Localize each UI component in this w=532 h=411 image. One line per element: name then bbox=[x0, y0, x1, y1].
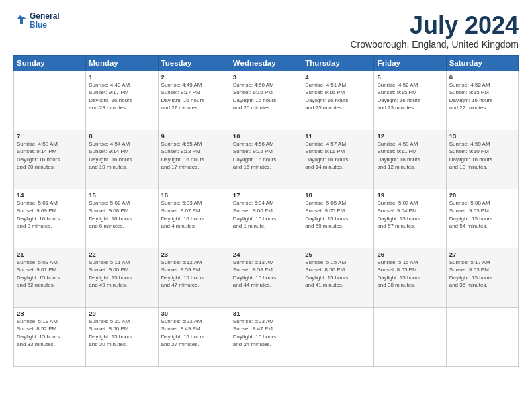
col-wednesday: Wednesday bbox=[230, 55, 302, 71]
day-number: 5 bbox=[377, 73, 443, 81]
col-friday: Friday bbox=[374, 55, 446, 71]
day-info: Sunrise: 5:02 AMSunset: 9:08 PMDaylight:… bbox=[89, 199, 154, 230]
day-number: 10 bbox=[233, 132, 299, 140]
day-number: 6 bbox=[449, 73, 515, 81]
day-number: 8 bbox=[89, 132, 154, 140]
calendar-cell: 9Sunrise: 4:55 AMSunset: 9:13 PMDaylight… bbox=[158, 130, 230, 189]
day-number: 11 bbox=[305, 132, 371, 140]
calendar-cell bbox=[14, 71, 86, 130]
day-info: Sunrise: 4:59 AMSunset: 9:10 PMDaylight:… bbox=[449, 140, 515, 171]
day-info: Sunrise: 4:51 AMSunset: 9:16 PMDaylight:… bbox=[305, 81, 371, 112]
day-number: 15 bbox=[89, 191, 154, 199]
calendar-cell: 12Sunrise: 4:58 AMSunset: 9:11 PMDayligh… bbox=[374, 130, 446, 189]
day-info: Sunrise: 5:08 AMSunset: 9:03 PMDaylight:… bbox=[449, 199, 515, 230]
day-number: 20 bbox=[449, 191, 515, 199]
calendar-cell: 29Sunrise: 5:20 AMSunset: 8:50 PMDayligh… bbox=[86, 307, 158, 366]
day-number: 18 bbox=[305, 191, 371, 199]
day-number: 31 bbox=[233, 310, 299, 317]
day-info: Sunrise: 5:03 AMSunset: 9:07 PMDaylight:… bbox=[161, 199, 227, 230]
col-tuesday: Tuesday bbox=[158, 55, 230, 71]
day-info: Sunrise: 4:55 AMSunset: 9:13 PMDaylight:… bbox=[161, 140, 227, 171]
calendar-week-1: 1Sunrise: 4:49 AMSunset: 9:17 PMDaylight… bbox=[14, 71, 519, 130]
calendar-cell: 4Sunrise: 4:51 AMSunset: 9:16 PMDaylight… bbox=[302, 71, 374, 130]
calendar-cell: 30Sunrise: 5:22 AMSunset: 8:49 PMDayligh… bbox=[158, 307, 230, 366]
day-info: Sunrise: 5:19 AMSunset: 8:52 PMDaylight:… bbox=[17, 318, 83, 349]
calendar-cell: 19Sunrise: 5:07 AMSunset: 9:04 PMDayligh… bbox=[374, 189, 446, 248]
col-monday: Monday bbox=[86, 55, 158, 71]
day-number: 23 bbox=[161, 250, 227, 258]
title-block: July 2024 Crowborough, England, United K… bbox=[350, 12, 519, 50]
day-info: Sunrise: 4:53 AMSunset: 9:14 PMDaylight:… bbox=[17, 140, 83, 171]
calendar-cell: 8Sunrise: 4:54 AMSunset: 9:14 PMDaylight… bbox=[86, 130, 158, 189]
calendar-cell: 27Sunrise: 5:17 AMSunset: 8:53 PMDayligh… bbox=[446, 248, 518, 307]
page: General Blue July 2024 Crowborough, Engl… bbox=[0, 0, 532, 411]
day-number: 26 bbox=[377, 250, 443, 258]
day-info: Sunrise: 5:15 AMSunset: 8:56 PMDaylight:… bbox=[305, 259, 371, 289]
day-info: Sunrise: 4:54 AMSunset: 9:14 PMDaylight:… bbox=[89, 140, 154, 171]
day-number: 28 bbox=[17, 310, 83, 317]
day-info: Sunrise: 5:22 AMSunset: 8:49 PMDaylight:… bbox=[161, 318, 227, 349]
day-number: 12 bbox=[377, 132, 443, 140]
calendar-cell: 20Sunrise: 5:08 AMSunset: 9:03 PMDayligh… bbox=[446, 189, 518, 248]
calendar-week-3: 14Sunrise: 5:01 AMSunset: 9:09 PMDayligh… bbox=[14, 189, 519, 248]
calendar-cell: 10Sunrise: 4:56 AMSunset: 9:12 PMDayligh… bbox=[230, 130, 302, 189]
calendar-cell: 18Sunrise: 5:05 AMSunset: 9:05 PMDayligh… bbox=[302, 189, 374, 248]
calendar-cell: 21Sunrise: 5:09 AMSunset: 9:01 PMDayligh… bbox=[14, 248, 86, 307]
day-info: Sunrise: 5:12 AMSunset: 8:59 PMDaylight:… bbox=[161, 259, 227, 289]
day-number: 7 bbox=[17, 132, 83, 140]
day-number: 29 bbox=[89, 310, 154, 317]
main-title: July 2024 bbox=[350, 12, 519, 39]
calendar-cell: 25Sunrise: 5:15 AMSunset: 8:56 PMDayligh… bbox=[302, 248, 374, 307]
calendar-cell bbox=[302, 307, 374, 366]
logo-bird-icon bbox=[13, 13, 28, 28]
day-info: Sunrise: 4:52 AMSunset: 9:15 PMDaylight:… bbox=[377, 81, 443, 112]
day-number: 16 bbox=[161, 191, 227, 199]
day-info: Sunrise: 4:56 AMSunset: 9:12 PMDaylight:… bbox=[233, 140, 299, 171]
subtitle: Crowborough, England, United Kingdom bbox=[350, 39, 519, 50]
header: General Blue July 2024 Crowborough, Engl… bbox=[13, 12, 519, 50]
day-number: 4 bbox=[305, 73, 371, 81]
logo: General Blue bbox=[13, 12, 60, 30]
day-number: 21 bbox=[17, 250, 83, 258]
calendar-cell: 6Sunrise: 4:52 AMSunset: 9:15 PMDaylight… bbox=[446, 71, 518, 130]
day-info: Sunrise: 5:11 AMSunset: 9:00 PMDaylight:… bbox=[89, 259, 154, 289]
calendar-cell: 22Sunrise: 5:11 AMSunset: 9:00 PMDayligh… bbox=[86, 248, 158, 307]
day-info: Sunrise: 5:23 AMSunset: 8:47 PMDaylight:… bbox=[233, 318, 299, 349]
day-number: 17 bbox=[233, 191, 299, 199]
day-number: 2 bbox=[161, 73, 227, 81]
calendar-cell bbox=[446, 307, 518, 366]
day-info: Sunrise: 5:01 AMSunset: 9:09 PMDaylight:… bbox=[17, 199, 83, 230]
calendar-cell: 26Sunrise: 5:16 AMSunset: 8:55 PMDayligh… bbox=[374, 248, 446, 307]
day-info: Sunrise: 4:50 AMSunset: 9:16 PMDaylight:… bbox=[233, 81, 299, 112]
day-number: 14 bbox=[17, 191, 83, 199]
col-saturday: Saturday bbox=[446, 55, 518, 71]
day-number: 25 bbox=[305, 250, 371, 258]
day-number: 13 bbox=[449, 132, 515, 140]
day-info: Sunrise: 4:49 AMSunset: 9:17 PMDaylight:… bbox=[161, 81, 227, 112]
day-info: Sunrise: 5:04 AMSunset: 9:06 PMDaylight:… bbox=[233, 199, 299, 230]
calendar-week-2: 7Sunrise: 4:53 AMSunset: 9:14 PMDaylight… bbox=[14, 130, 519, 189]
day-number: 24 bbox=[233, 250, 299, 258]
day-number: 30 bbox=[161, 310, 227, 317]
calendar-cell: 24Sunrise: 5:13 AMSunset: 8:58 PMDayligh… bbox=[230, 248, 302, 307]
calendar-cell: 13Sunrise: 4:59 AMSunset: 9:10 PMDayligh… bbox=[446, 130, 518, 189]
day-number: 1 bbox=[89, 73, 154, 81]
calendar-week-4: 21Sunrise: 5:09 AMSunset: 9:01 PMDayligh… bbox=[14, 248, 519, 307]
svg-marker-0 bbox=[17, 15, 26, 24]
day-info: Sunrise: 5:07 AMSunset: 9:04 PMDaylight:… bbox=[377, 199, 443, 230]
calendar-cell: 14Sunrise: 5:01 AMSunset: 9:09 PMDayligh… bbox=[14, 189, 86, 248]
calendar-cell bbox=[374, 307, 446, 366]
calendar-cell: 3Sunrise: 4:50 AMSunset: 9:16 PMDaylight… bbox=[230, 71, 302, 130]
calendar-cell: 5Sunrise: 4:52 AMSunset: 9:15 PMDaylight… bbox=[374, 71, 446, 130]
calendar-cell: 16Sunrise: 5:03 AMSunset: 9:07 PMDayligh… bbox=[158, 189, 230, 248]
day-info: Sunrise: 4:52 AMSunset: 9:15 PMDaylight:… bbox=[449, 81, 515, 112]
day-info: Sunrise: 5:13 AMSunset: 8:58 PMDaylight:… bbox=[233, 259, 299, 289]
calendar-cell: 15Sunrise: 5:02 AMSunset: 9:08 PMDayligh… bbox=[86, 189, 158, 248]
day-info: Sunrise: 5:05 AMSunset: 9:05 PMDaylight:… bbox=[305, 199, 371, 230]
calendar-table: Sunday Monday Tuesday Wednesday Thursday… bbox=[13, 55, 519, 367]
day-number: 3 bbox=[233, 73, 299, 81]
day-number: 9 bbox=[161, 132, 227, 140]
calendar-cell: 28Sunrise: 5:19 AMSunset: 8:52 PMDayligh… bbox=[14, 307, 86, 366]
col-thursday: Thursday bbox=[302, 55, 374, 71]
header-row: Sunday Monday Tuesday Wednesday Thursday… bbox=[14, 55, 519, 71]
